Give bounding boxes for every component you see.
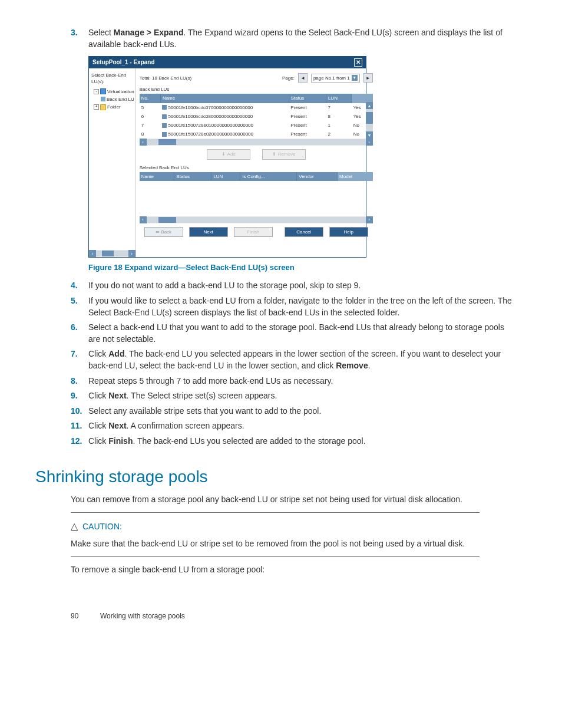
collapse-icon[interactable]: - [94, 89, 99, 94]
selected-table-wrap: Name Status LUN Is Config... Vendor Mode… [140, 172, 373, 216]
table-h-scrollbar[interactable]: ‹ › [140, 139, 373, 146]
btn-label: Finish [247, 229, 259, 235]
step-9: 9.Click Next. The Select stripe set(s) s… [71, 390, 515, 402]
selected-h-scrollbar[interactable]: ‹ › [140, 216, 373, 223]
cell-name: 50001fe1000bcdc080000000000000000 [160, 112, 289, 121]
col-lun[interactable]: LUN [326, 94, 351, 103]
step-3: 3. Select Manage > Expand. The Expand wi… [71, 27, 515, 50]
backend-lu-table: No. Name Status LUN 550001fe1000bcdc0700… [140, 94, 373, 139]
table-header: No. Name Status LUN [140, 94, 373, 103]
scroll-right-icon[interactable]: › [128, 250, 135, 257]
page-next-icon[interactable]: ► [363, 73, 373, 83]
cell-status: Present [289, 130, 326, 139]
page-number: 90 [71, 611, 88, 621]
lu-name: 50001fe1500728e020000000000000000 [168, 131, 253, 137]
help-button[interactable]: Help [329, 227, 368, 237]
cell-lun: 8 [326, 112, 351, 121]
step-text: Repeat steps 5 through 7 to add more bac… [88, 375, 515, 387]
scroll-thumb[interactable] [102, 251, 114, 256]
close-icon[interactable]: ✕ [354, 58, 362, 67]
scroll-left-icon[interactable]: ‹ [140, 216, 147, 223]
arrow-up-icon: ⬆ [272, 151, 276, 157]
table-row[interactable]: 650001fe1000bcdc080000000000000000Presen… [140, 112, 373, 121]
table-header: Name Status LUN Is Config... Vendor Mode… [140, 172, 373, 181]
lu-icon [162, 105, 167, 110]
tree-virtualization[interactable]: - Virtualization [90, 88, 134, 95]
tree-h-scrollbar[interactable]: ‹ › [89, 250, 135, 257]
footer-text: Working with storage pools [100, 611, 185, 621]
col-vendor[interactable]: Vendor [297, 172, 338, 181]
cancel-button[interactable]: Cancel [285, 227, 323, 237]
table-row[interactable]: 750001fe1500728e010000000000000000Presen… [140, 121, 373, 130]
scroll-up-icon[interactable]: ▴ [366, 102, 373, 109]
scroll-track[interactable] [96, 251, 128, 256]
col-name[interactable]: Name [140, 172, 174, 181]
col-status[interactable]: Status [174, 172, 211, 181]
table-row[interactable]: 850001fe1500728e020000000000000000Presen… [140, 130, 373, 139]
scroll-right-icon[interactable]: › [366, 139, 373, 146]
step-4: 4.If you do not want to add a back-end L… [71, 280, 515, 292]
remove-button[interactable]: ⬆Remove [262, 149, 306, 159]
lu-name: 50001fe1500728e010000000000000000 [168, 123, 253, 128]
bold: Add [108, 349, 124, 358]
lu-name: 50001fe1000bcdc080000000000000000 [168, 114, 253, 119]
wizard-title: SetupPool_1 - Expand [92, 58, 155, 67]
scroll-track[interactable] [147, 139, 366, 145]
scroll-down-icon[interactable]: ▾ [366, 131, 373, 139]
btn-label: Add [227, 151, 236, 157]
text: . A confirmation screen appears. [127, 421, 244, 430]
col-config[interactable]: Is Config... [240, 172, 297, 181]
col-status[interactable]: Status [289, 94, 326, 103]
page-prev-icon[interactable]: ◄ [298, 73, 308, 83]
text: Click [88, 421, 108, 430]
step-12: 12.Click Finish. The back-end LUs you se… [71, 436, 515, 447]
cell-status: Present [289, 121, 326, 130]
col-model[interactable]: Model [338, 172, 373, 181]
bold: Manage > Expand [114, 28, 184, 37]
finish-button[interactable]: Finish [234, 227, 273, 237]
scroll-thumb[interactable] [158, 217, 176, 223]
table-header-row: Total: 18 Back End LU(s) Page: ◄ page No… [140, 71, 373, 85]
expand-icon[interactable]: + [94, 104, 99, 110]
scroll-track[interactable] [366, 109, 373, 131]
scroll-left-icon[interactable]: ‹ [89, 250, 96, 257]
scroll-thumb[interactable] [158, 139, 176, 145]
cell-no: 7 [140, 121, 161, 130]
text: . The back-end LU you selected appears i… [88, 349, 501, 370]
page-select[interactable]: page No.1 from 1 ▼ [311, 74, 360, 83]
tree-label: Virtualization [107, 88, 134, 95]
cell-name: 50001fe1500728e010000000000000000 [160, 121, 289, 130]
next-button[interactable]: Next [189, 227, 228, 237]
caution-icon: △ [71, 520, 78, 533]
total-count: Total: 18 Back End LU(s) [140, 75, 191, 81]
back-button[interactable]: ⬅Back [144, 227, 183, 237]
text: Click [88, 349, 108, 358]
table-row[interactable]: 550001fe1000bcdc070000000000000000Presen… [140, 103, 373, 112]
page-footer: 90 Working with storage pools [71, 611, 515, 621]
virtualization-icon [100, 88, 106, 94]
tree-backend-lu[interactable]: Back End LU [90, 95, 134, 103]
col-no[interactable]: No. [140, 94, 161, 103]
scroll-thumb[interactable] [366, 112, 373, 124]
backend-lu-icon [101, 97, 105, 101]
bold: Remove [336, 361, 368, 370]
cell-lun: 1 [326, 121, 351, 130]
wizard-main: Total: 18 Back End LU(s) Page: ◄ page No… [136, 68, 376, 257]
col-extra[interactable] [352, 94, 373, 103]
text: Click [88, 436, 108, 446]
add-button[interactable]: ⬇Add [207, 149, 250, 159]
add-remove-row: ⬇Add ⬆Remove [140, 146, 373, 163]
scroll-track[interactable] [147, 217, 366, 223]
paragraph: To remove a single back-end LU from a st… [71, 564, 480, 576]
tree-folder[interactable]: + Folder [90, 103, 134, 111]
step-text: Select Manage > Expand. The Expand wizar… [88, 27, 515, 50]
table-v-scrollbar[interactable]: ▴ ▾ [366, 102, 373, 139]
page-label: Page: [282, 75, 295, 81]
col-lun[interactable]: LUN [211, 172, 240, 181]
col-name[interactable]: Name [160, 94, 289, 103]
table1-caption: Back End LUs [140, 85, 373, 94]
scroll-left-icon[interactable]: ‹ [140, 139, 147, 146]
scroll-right-icon[interactable]: › [366, 216, 373, 223]
chevron-down-icon[interactable]: ▼ [352, 75, 358, 81]
text: Click [88, 391, 108, 400]
